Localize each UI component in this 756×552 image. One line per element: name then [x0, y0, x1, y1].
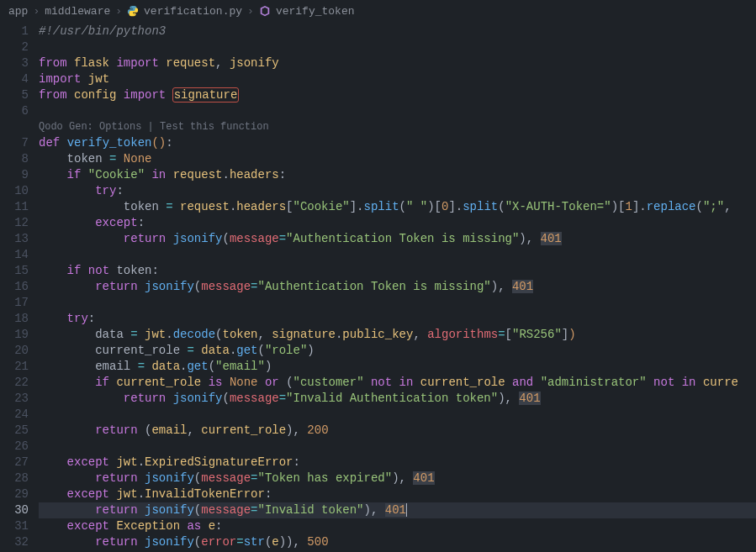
- code-line[interactable]: [39, 39, 756, 55]
- code-line[interactable]: try:: [39, 183, 756, 199]
- line-number: 30: [0, 502, 29, 518]
- code-line[interactable]: except:: [39, 215, 756, 231]
- code-line[interactable]: [39, 295, 756, 311]
- line-number: 2: [0, 39, 29, 55]
- code-line[interactable]: def verify_token():: [39, 135, 756, 151]
- line-number: 9: [0, 167, 29, 183]
- line-number: 18: [0, 311, 29, 327]
- breadcrumb-label: verify_token: [276, 5, 355, 18]
- line-number: 32: [0, 534, 29, 550]
- line-number: 16: [0, 279, 29, 295]
- code-line[interactable]: if "Cookie" in request.headers:: [39, 167, 756, 183]
- code-line[interactable]: email = data.get("email"): [39, 359, 756, 375]
- code-line[interactable]: from flask import request, jsonify: [39, 55, 756, 71]
- line-number: 8: [0, 151, 29, 167]
- line-number: 10: [0, 183, 29, 199]
- line-number: 19: [0, 327, 29, 343]
- line-number: 14: [0, 247, 29, 263]
- line-number: 31: [0, 518, 29, 534]
- line-number: 24: [0, 407, 29, 423]
- line-number: 22: [0, 375, 29, 391]
- line-number: 12: [0, 215, 29, 231]
- code-line[interactable]: except Exception as e:: [39, 518, 756, 534]
- line-number: 29: [0, 486, 29, 502]
- line-number: 4: [0, 71, 29, 87]
- code-line[interactable]: [39, 103, 756, 119]
- code-line[interactable]: from config import signature: [39, 87, 756, 103]
- line-number: 1: [0, 24, 29, 39]
- code-line[interactable]: #!/usr/bin/python3: [39, 24, 756, 39]
- breadcrumb-item[interactable]: verify_token: [259, 5, 355, 18]
- line-number: 25: [0, 423, 29, 439]
- code-line[interactable]: return jsonify(message="Invalid token"),…: [39, 502, 756, 518]
- function-icon: [259, 5, 271, 17]
- code-line[interactable]: try:: [39, 311, 756, 327]
- line-number: 23: [0, 391, 29, 407]
- codelens[interactable]: Qodo Gen: Options | Test this function: [39, 119, 756, 135]
- line-number: 21: [0, 359, 29, 375]
- line-number: 6: [0, 103, 29, 119]
- line-number-gutter: 1234567891011121314151617181920212223242…: [0, 22, 39, 552]
- breadcrumb-item[interactable]: verification.py: [127, 5, 242, 18]
- breadcrumb-item[interactable]: app: [8, 5, 28, 18]
- line-number: 26: [0, 439, 29, 455]
- breadcrumb-label: app: [8, 5, 28, 18]
- code-line[interactable]: return jsonify(message="Authentication T…: [39, 279, 756, 295]
- code-line[interactable]: token = request.headers["Cookie"].split(…: [39, 199, 756, 215]
- line-number: 27: [0, 455, 29, 471]
- chevron-right-icon: ›: [247, 5, 254, 18]
- breadcrumb: app › middleware › verification.py › ver…: [0, 0, 756, 22]
- code-line[interactable]: return jsonify(message="Token has expire…: [39, 471, 756, 486]
- code-line[interactable]: return (email, current_role), 200: [39, 423, 756, 439]
- line-number: 15: [0, 263, 29, 279]
- code-editor[interactable]: 1234567891011121314151617181920212223242…: [0, 22, 756, 552]
- line-number: 11: [0, 199, 29, 215]
- code-line[interactable]: [39, 439, 756, 455]
- breadcrumb-label: middleware: [45, 5, 110, 18]
- line-number: 3: [0, 55, 29, 71]
- code-line[interactable]: return jsonify(error=str(e)), 500: [39, 534, 756, 550]
- code-line[interactable]: return jsonify(message="Authentication T…: [39, 231, 756, 247]
- line-number: 7: [0, 135, 29, 151]
- code-line[interactable]: [39, 247, 756, 263]
- code-line[interactable]: import jwt: [39, 71, 756, 87]
- code-line[interactable]: token = None: [39, 151, 756, 167]
- breadcrumb-label: verification.py: [144, 5, 242, 18]
- breadcrumb-item[interactable]: middleware: [45, 5, 110, 18]
- code-content[interactable]: #!/usr/bin/python3 from flask import req…: [39, 22, 756, 552]
- line-number: 28: [0, 471, 29, 486]
- line-number: 20: [0, 343, 29, 359]
- code-line[interactable]: current_role = data.get("role"): [39, 343, 756, 359]
- code-line[interactable]: data = jwt.decode(token, signature.publi…: [39, 327, 756, 343]
- code-line[interactable]: except jwt.ExpiredSignatureError:: [39, 455, 756, 471]
- code-line[interactable]: return jsonify(message="Invalid Authenti…: [39, 391, 756, 407]
- code-line[interactable]: if current_role is None or ("customer" n…: [39, 375, 756, 391]
- chevron-right-icon: ›: [33, 5, 40, 18]
- code-line[interactable]: except jwt.InvalidTokenError:: [39, 486, 756, 502]
- line-number: 5: [0, 87, 29, 103]
- code-line[interactable]: [39, 407, 756, 423]
- chevron-right-icon: ›: [115, 5, 122, 18]
- code-line[interactable]: if not token:: [39, 263, 756, 279]
- line-number: 17: [0, 295, 29, 311]
- python-file-icon: [127, 5, 139, 17]
- line-number: 13: [0, 231, 29, 247]
